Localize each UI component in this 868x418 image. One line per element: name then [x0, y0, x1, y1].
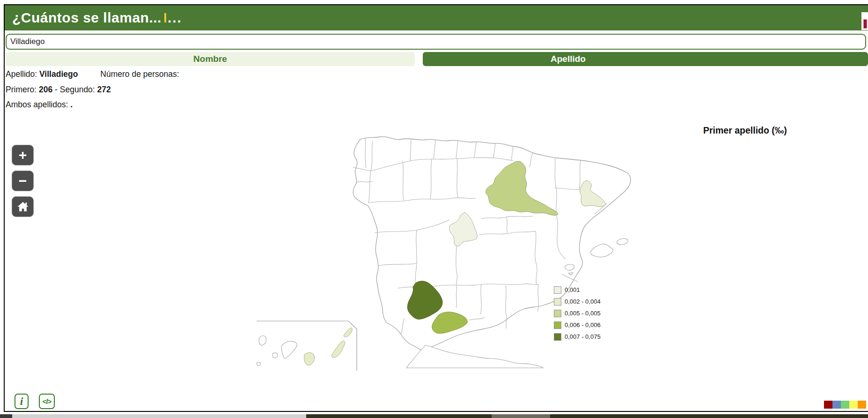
color-palette-picker	[824, 401, 866, 409]
embed-code-icon: </>	[43, 397, 51, 405]
scrollbar-thumb[interactable]	[492, 414, 550, 418]
frame-border-left	[4, 4, 5, 412]
tab-nombre[interactable]: Nombre	[6, 52, 415, 66]
result-line-counts: Primero: 206 - Segundo: 272	[6, 85, 111, 95]
legend-swatch	[554, 321, 561, 329]
zoom-home-button[interactable]	[12, 196, 34, 217]
legend-label: 0,002 - 0,004	[565, 298, 601, 305]
palette-swatch-orange[interactable]	[858, 401, 866, 409]
legend-swatch	[554, 286, 561, 294]
palette-swatch-red[interactable]	[824, 401, 832, 409]
second-value: 272	[97, 85, 111, 94]
island-mallorca[interactable]	[591, 244, 613, 257]
palette-swatch-green[interactable]	[841, 401, 849, 409]
home-icon	[16, 201, 29, 213]
legend-row: 0,001	[554, 286, 601, 294]
result-line-surname: Apellido: VilladiegoNúmero de personas:	[6, 69, 179, 79]
island-fuerteventura[interactable]	[331, 341, 345, 358]
island-menorca[interactable]	[617, 239, 628, 245]
legend-swatch	[554, 310, 561, 317]
island-tenerife[interactable]	[281, 341, 297, 358]
first-label: Primero:	[6, 85, 37, 94]
tab-apellido[interactable]: Apellido	[423, 52, 868, 66]
palette-swatch-blue[interactable]	[832, 401, 841, 409]
first-value: 206	[39, 85, 52, 94]
tab-apellido-label: Apellido	[551, 54, 586, 64]
map-legend-title: Primer apellido (‰)	[703, 125, 787, 136]
island-la-palma[interactable]	[259, 336, 266, 346]
legend-label: 0,007 - 0,075	[565, 333, 601, 340]
scrollbar-segment	[550, 414, 868, 418]
minus-icon: −	[19, 173, 27, 189]
scrollbar-segment	[12, 414, 306, 418]
zoom-in-button[interactable]: +	[12, 145, 34, 165]
island-el-hierro[interactable]	[257, 362, 260, 366]
scrollbar-segment	[306, 414, 492, 418]
legend-label: 0,005 - 0,005	[565, 310, 601, 317]
both-label: Ambos apellidos:	[6, 100, 68, 109]
title-typing-dots: ...	[168, 10, 182, 26]
map-legend: 0,001 0,002 - 0,004 0,005 - 0,005 0,006 …	[554, 286, 601, 344]
title-caret	[164, 13, 166, 22]
legend-row: 0,007 - 0,075	[554, 333, 601, 341]
zoom-out-button[interactable]: −	[12, 171, 34, 191]
island-la-gomera[interactable]	[272, 353, 278, 358]
legend-label: 0,001	[565, 286, 580, 293]
legend-label: 0,006 - 0,006	[565, 321, 601, 328]
legend-row: 0,002 - 0,004	[554, 298, 601, 306]
island-gran-canaria[interactable]	[304, 353, 315, 366]
surname-value: Villadiego	[39, 69, 78, 79]
persons-label: Número de personas:	[100, 69, 179, 79]
legend-row: 0,006 - 0,006	[554, 321, 601, 329]
ine-logo[interactable]	[861, 12, 868, 30]
horizontal-scrollbar[interactable]	[0, 414, 868, 418]
header-bar: ¿Cuántos se llaman... ...	[5, 5, 868, 30]
legend-swatch	[554, 333, 561, 341]
info-button[interactable]: i	[15, 394, 29, 409]
island-lanzarote[interactable]	[344, 328, 352, 337]
legend-row: 0,005 - 0,005	[554, 309, 601, 317]
page-title: ¿Cuántos se llaman...	[12, 10, 162, 26]
africa-coastline	[406, 345, 543, 368]
plus-icon: +	[19, 147, 27, 163]
second-label: Segundo:	[60, 85, 95, 94]
info-icon: i	[20, 395, 23, 408]
surname-label: Apellido:	[6, 69, 37, 79]
both-value: .	[70, 100, 73, 109]
legend-swatch	[554, 298, 561, 306]
result-line-both: Ambos apellidos: .	[6, 100, 73, 110]
ine-logo-mark	[863, 19, 867, 29]
scrollbar-segment	[0, 414, 12, 418]
palette-swatch-yellow[interactable]	[849, 401, 858, 409]
name-search-input[interactable]	[6, 34, 866, 50]
tab-nombre-label: Nombre	[193, 54, 227, 64]
app-root: ¿Cuántos se llaman... ... Nombre Apellid…	[0, 0, 868, 418]
embed-code-button[interactable]: </>	[39, 394, 55, 409]
frame-border-bottom	[4, 411, 868, 412]
